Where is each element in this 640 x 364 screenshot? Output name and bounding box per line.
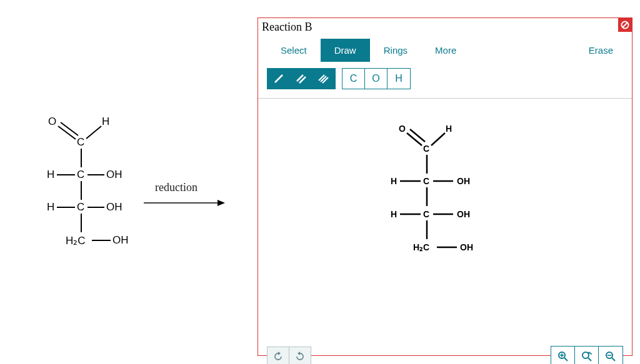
svg-marker-33 bbox=[298, 352, 300, 355]
atom-H3: H bbox=[47, 201, 54, 214]
r-OH4: OH bbox=[460, 242, 473, 252]
error-flag-icon bbox=[618, 18, 632, 32]
tab-draw[interactable]: Draw bbox=[321, 39, 370, 62]
r-C3: C bbox=[423, 209, 429, 219]
mode-toolbar: Select Draw Rings More Erase bbox=[258, 37, 632, 68]
redo-button[interactable] bbox=[267, 347, 289, 364]
atom-O-button[interactable]: O bbox=[365, 69, 388, 89]
r-OH2: OH bbox=[457, 176, 470, 186]
reactant-structure: O H C H C OH H C OH H bbox=[34, 119, 141, 275]
atom-H2C: H₂C bbox=[66, 234, 86, 247]
tab-select[interactable]: Select bbox=[267, 39, 321, 62]
question-area: O H C H C OH H C OH H bbox=[0, 0, 256, 364]
undo-button[interactable] bbox=[289, 347, 311, 364]
bottom-controls bbox=[258, 342, 632, 364]
atom-OH2: OH bbox=[106, 169, 122, 181]
tab-erase[interactable]: Erase bbox=[575, 39, 627, 62]
single-bond-button[interactable] bbox=[268, 69, 290, 89]
svg-line-39 bbox=[588, 358, 591, 361]
tab-rings[interactable]: Rings bbox=[370, 39, 421, 62]
atom-C2: C bbox=[77, 169, 84, 181]
svg-point-38 bbox=[582, 352, 589, 358]
zoom-in-button[interactable] bbox=[551, 347, 575, 364]
svg-marker-32 bbox=[278, 352, 281, 355]
svg-line-23 bbox=[431, 133, 445, 145]
svg-line-35 bbox=[564, 358, 568, 361]
svg-line-15 bbox=[275, 75, 282, 82]
r-H3: H bbox=[391, 209, 397, 219]
panel-title: Reaction B bbox=[258, 18, 632, 37]
double-bond-button[interactable] bbox=[290, 69, 312, 89]
r-H2C: H₂C bbox=[413, 242, 429, 252]
atom-OH4: OH bbox=[112, 234, 129, 247]
atom-C3: C bbox=[77, 201, 84, 214]
triple-bond-button[interactable] bbox=[312, 69, 335, 89]
svg-line-2 bbox=[86, 126, 101, 139]
draw-sub-toolbar: C O H bbox=[258, 68, 632, 99]
svg-line-42 bbox=[612, 358, 615, 361]
r-C2: C bbox=[423, 176, 429, 186]
svg-line-14 bbox=[622, 22, 628, 27]
product-structure: O H C H C OH H C OH H₂C OH bbox=[377, 124, 514, 286]
structure-editor: Reaction B Select Draw Rings More Erase … bbox=[258, 17, 632, 356]
atom-group: C O H bbox=[342, 68, 411, 89]
zoom-group bbox=[551, 346, 623, 364]
r-OH3: OH bbox=[457, 209, 470, 219]
zoom-fit-button[interactable] bbox=[575, 347, 599, 364]
atom-OH3: OH bbox=[106, 201, 122, 214]
svg-line-0 bbox=[58, 126, 76, 139]
svg-line-22 bbox=[410, 129, 425, 142]
reaction-arrow-icon bbox=[144, 199, 225, 206]
reaction-label: reduction bbox=[155, 181, 198, 194]
zoom-out-button[interactable] bbox=[599, 347, 622, 364]
history-group bbox=[267, 347, 311, 364]
r-H2: H bbox=[391, 176, 397, 186]
atom-C-button[interactable]: C bbox=[342, 69, 365, 89]
bond-group bbox=[267, 68, 336, 89]
drawing-canvas[interactable]: O H C H C OH H C OH H₂C OH bbox=[258, 99, 632, 342]
svg-line-21 bbox=[407, 133, 422, 145]
atom-H-button[interactable]: H bbox=[388, 69, 410, 89]
svg-line-1 bbox=[61, 122, 78, 135]
atom-H2: H bbox=[47, 169, 54, 181]
svg-marker-12 bbox=[218, 200, 225, 206]
tab-more[interactable]: More bbox=[421, 39, 470, 62]
